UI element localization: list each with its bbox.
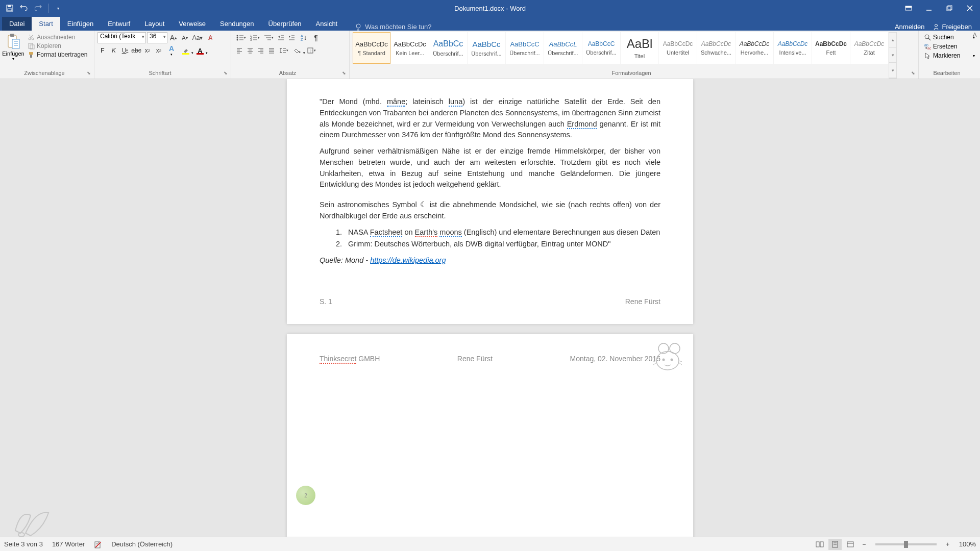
style-item[interactable]: AaBbCcCÜberschrif... [582,32,620,64]
strike-button[interactable]: abc [131,45,141,56]
select-button[interactable]: Markieren▾ [922,52,977,60]
shading-button[interactable]: ▾ [291,45,304,56]
zoom-slider[interactable] [875,543,937,545]
wikipedia-link[interactable]: https://de.wikipedia.org [370,256,446,264]
save-icon[interactable] [4,3,15,14]
collapse-ribbon-icon[interactable]: ᐱ [973,32,977,38]
change-case-button[interactable]: Aa▾ [191,32,204,43]
page-1[interactable]: "Der Mond (mhd. mâne; lateinisch luna) i… [287,79,693,324]
numbering-button[interactable]: 123▾ [248,32,261,43]
bullets-button[interactable]: ▾ [234,32,248,43]
tab-insert[interactable]: Einfügen [60,17,101,31]
line-spacing-button[interactable]: ▾ [277,45,290,56]
tab-review[interactable]: Überprüfen [261,17,309,31]
font-dialog-launcher[interactable]: ⬊ [224,70,230,77]
read-mode-button[interactable] [813,539,826,550]
replace-button[interactable]: abacErsetzen [922,42,977,51]
underline-button[interactable]: U▾ [120,45,130,56]
zoom-out-button[interactable]: − [859,539,869,550]
style-item[interactable]: AaBbCcDcSchwache... [697,32,735,64]
text-effects-button[interactable]: A▾ [165,45,178,56]
styles-dialog-launcher[interactable]: ⬊ [911,70,917,77]
multilevel-button[interactable]: ▾ [262,32,275,43]
paragraph[interactable]: Sein astronomisches Symbol ☾ ist die abn… [320,199,660,222]
tab-layout[interactable]: Layout [137,17,172,31]
print-layout-button[interactable] [828,539,842,550]
style-item[interactable]: AaBbCcLÜberschrif... [544,32,582,64]
gallery-up[interactable]: ▴ [889,33,896,48]
style-item[interactable]: AaBbCcÜberschrif... [429,32,467,64]
maximize-icon[interactable] [939,0,960,16]
style-item[interactable]: AaBbCcDcZitat [850,32,888,64]
style-item[interactable]: AaBbCcDcKein Leer... [391,32,429,64]
style-item[interactable]: AaBbCcCÜberschrif... [506,32,544,64]
redo-icon[interactable] [33,3,44,14]
font-color-button[interactable]: A▾ [193,45,207,56]
align-left-button[interactable] [234,45,244,56]
bold-button[interactable]: F [97,45,108,56]
font-name-select[interactable]: Calibri (Textk▾ [97,32,146,43]
highlight-button[interactable]: ▾ [179,45,192,56]
zoom-level[interactable]: 100% [959,540,976,548]
subscript-button[interactable]: x2 [142,45,153,56]
svg-point-32 [237,39,238,41]
show-marks-button[interactable]: ¶ [311,32,321,43]
page-2[interactable]: Thinksecret GMBH Rene Fürst Montag, 02. … [287,334,693,537]
document-area[interactable]: "Der Mond (mhd. mâne; lateinisch luna) i… [0,79,980,537]
minimize-icon[interactable] [919,0,939,16]
font-size-select[interactable]: 36▾ [147,32,167,43]
find-button[interactable]: Suchen▾ [922,33,977,41]
numbered-list[interactable]: NASA Factsheet on Earth's moons (Englisc… [344,227,660,251]
share-button[interactable]: Freigeben [933,23,972,31]
borders-button[interactable]: ▾ [305,45,318,56]
italic-button[interactable]: K [109,45,119,56]
style-item[interactable]: AaBbCcDc¶ Standard [353,32,390,64]
status-words[interactable]: 167 Wörter [52,540,85,548]
justify-button[interactable] [266,45,277,56]
style-item[interactable]: AaBbCcDcUntertitel [659,32,697,64]
svg-point-13 [935,24,938,27]
tab-start[interactable]: Start [32,17,60,31]
status-language[interactable]: Deutsch (Österreich) [111,540,173,548]
align-right-button[interactable] [256,45,266,56]
borders-icon [307,47,314,54]
sort-button[interactable]: AZ [297,32,310,43]
close-icon[interactable] [960,0,980,16]
gallery-down[interactable]: ▾ [889,48,896,63]
tab-file[interactable]: Datei [2,17,32,31]
tab-design[interactable]: Entwurf [101,17,137,31]
align-center-button[interactable] [245,45,255,56]
tell-me-search[interactable] [355,23,467,31]
clipboard-dialog-launcher[interactable]: ⬊ [87,70,93,77]
tell-me-input[interactable] [365,23,467,31]
list-item[interactable]: Grimm: Deutsches Wörterbuch, als DWB dig… [344,239,660,250]
list-item[interactable]: NASA Factsheet on Earth's moons (Englisc… [344,227,660,238]
tab-mailings[interactable]: Sendungen [213,17,261,31]
style-item[interactable]: AaBbCcÜberschrif... [468,32,505,64]
status-proofing-icon[interactable] [94,540,102,548]
zoom-in-button[interactable]: + [943,539,953,550]
superscript-button[interactable]: x2 [154,45,164,56]
ribbon-display-icon[interactable] [898,0,919,16]
undo-icon[interactable] [18,3,30,14]
format-painter-button[interactable]: Format übertragen [26,51,89,59]
paragraph[interactable]: "Der Mond (mhd. mâne; lateinisch luna) i… [320,96,660,141]
style-item[interactable]: AaBbCcDcFett [812,32,850,64]
web-layout-button[interactable] [844,539,857,550]
decrease-indent-button[interactable] [276,32,286,43]
style-item[interactable]: AaBbCcDcIntensive... [774,32,812,64]
paragraph-dialog-launcher[interactable]: ⬊ [342,70,348,77]
qat-customize-icon[interactable]: ▾ [53,3,64,14]
signin-link[interactable]: Anmelden [895,23,925,31]
increase-indent-button[interactable] [286,32,297,43]
paragraph[interactable]: Aufgrund seiner verhältnismäßigen Nähe i… [320,146,660,190]
style-item[interactable]: AaBbCcDcHervorhe... [736,32,773,64]
clear-format-button[interactable]: A̷ [205,32,215,43]
grow-font-button[interactable]: A▴ [168,32,179,43]
shrink-font-button[interactable]: A▾ [180,32,190,43]
style-item[interactable]: AaBlTitel [621,32,658,64]
tab-view[interactable]: Ansicht [309,17,345,31]
source-line[interactable]: Quelle: Mond - https://de.wikipedia.org [320,255,660,266]
tab-references[interactable]: Verweise [172,17,213,31]
status-page[interactable]: Seite 3 von 3 [4,540,43,548]
